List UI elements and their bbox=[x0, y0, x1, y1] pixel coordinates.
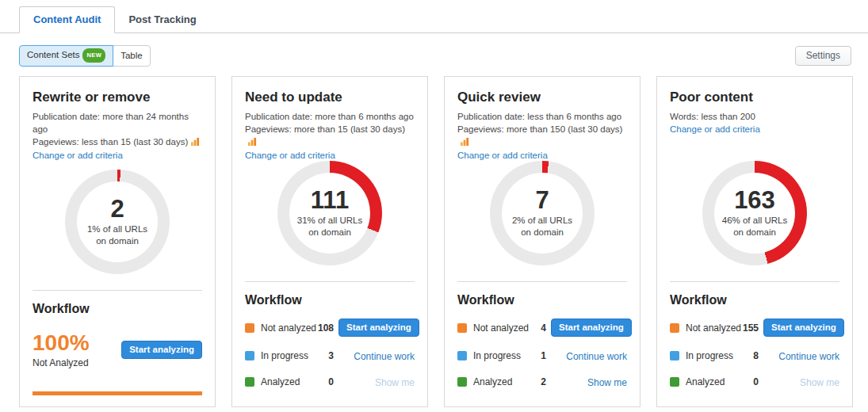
change-criteria-link[interactable]: Change or add criteria bbox=[33, 149, 202, 162]
workflow-row-count: 0 bbox=[318, 376, 338, 387]
criteria-block: Publication date: more than 24 months ag… bbox=[33, 110, 202, 162]
criteria-text: Pageviews: more than 150 (last 30 days) bbox=[457, 124, 622, 134]
donut-sublabel: on domain bbox=[308, 227, 351, 238]
settings-button[interactable]: Settings bbox=[795, 46, 851, 66]
workflow-heading: Workflow bbox=[245, 293, 415, 307]
change-criteria-link[interactable]: Change or add criteria bbox=[670, 123, 839, 135]
card-title: Need to update bbox=[245, 90, 415, 105]
section-divider bbox=[245, 281, 415, 282]
section-divider bbox=[33, 290, 202, 291]
workflow-row-action: Start analyzing bbox=[763, 319, 839, 337]
tab-content-audit[interactable]: Content Audit bbox=[19, 6, 115, 33]
criteria-line: Publication date: more than 24 months ag… bbox=[33, 110, 202, 135]
workflow-row: In progress8Continue work bbox=[670, 349, 839, 363]
start-analyzing-button[interactable]: Start analyzing bbox=[551, 319, 632, 337]
criteria-line: Pageviews: more than 15 (last 30 days) bbox=[245, 123, 415, 149]
view-toggle: Content SetsNEW Table bbox=[19, 45, 151, 67]
donut-sublabel: on domain bbox=[96, 235, 139, 247]
workflow-row-action: Continue work bbox=[763, 349, 839, 363]
criteria-block: Publication date: more than 6 months ago… bbox=[245, 110, 415, 153]
in-progress-swatch bbox=[670, 351, 679, 360]
donut-chart: 21% of all URLson domain bbox=[33, 170, 202, 274]
show-me-link[interactable]: Show me bbox=[587, 377, 627, 388]
analyzed-swatch bbox=[670, 377, 679, 387]
content-set-card-need-to-update: Need to updatePublication date: more tha… bbox=[231, 76, 428, 407]
workflow-row-count: 4 bbox=[530, 322, 551, 334]
donut-chart: 16346% of all URLson domain bbox=[670, 161, 839, 265]
workflow-row-count: 8 bbox=[743, 350, 763, 361]
criteria-text: Publication date: more than 6 months ago bbox=[245, 112, 414, 121]
workflow-row: Analyzed0Show me bbox=[670, 375, 839, 389]
workflow-row: Not analyzed155Start analyzing bbox=[670, 319, 839, 337]
workflow-row-action: Start analyzing bbox=[551, 319, 627, 337]
workflow-body: Not analyzed155Start analyzingIn progres… bbox=[670, 317, 839, 401]
workflow-heading: Workflow bbox=[33, 302, 202, 316]
tab-bar: Content Audit Post Tracking bbox=[0, 6, 868, 33]
analytics-icon bbox=[461, 136, 469, 149]
donut-chart: 72% of all URLson domain bbox=[457, 161, 627, 265]
start-analyzing-button[interactable]: Start analyzing bbox=[338, 319, 419, 337]
workflow-row-action: Start analyzing bbox=[338, 319, 415, 337]
section-divider bbox=[670, 281, 839, 282]
progress-segment bbox=[33, 391, 202, 395]
donut-ring: 21% of all URLson domain bbox=[65, 170, 170, 274]
not-analyzed-swatch bbox=[245, 323, 254, 333]
start-analyzing-button[interactable]: Start analyzing bbox=[121, 341, 202, 359]
show-me-link: Show me bbox=[800, 377, 839, 388]
start-analyzing-button[interactable]: Start analyzing bbox=[763, 319, 844, 337]
workflow-row-count: 108 bbox=[318, 322, 338, 334]
workflow-row-label: Analyzed bbox=[686, 376, 743, 387]
continue-work-link[interactable]: Continue work bbox=[566, 351, 627, 362]
donut-sublabel: 2% of all URLs bbox=[512, 215, 572, 227]
workflow-heading: Workflow bbox=[457, 293, 627, 307]
donut-ring: 11131% of all URLson domain bbox=[277, 161, 382, 265]
donut-chart: 11131% of all URLson domain bbox=[245, 161, 415, 265]
workflow-row-label: Not analyzed bbox=[473, 322, 530, 334]
donut-center: 11131% of all URLson domain bbox=[277, 161, 382, 265]
workflow-row-label: In progress bbox=[686, 350, 743, 361]
criteria-line: Pageviews: less than 15 (last 30 days) bbox=[33, 135, 202, 149]
card-title: Rewrite or remove bbox=[33, 90, 202, 105]
workflow-row-action: Show me bbox=[338, 375, 415, 389]
tab-post-tracking[interactable]: Post Tracking bbox=[115, 7, 209, 32]
not-analyzed-swatch bbox=[457, 323, 467, 333]
show-me-link: Show me bbox=[375, 377, 415, 388]
workflow-row-label: In progress bbox=[261, 350, 318, 361]
donut-center: 16346% of all URLson domain bbox=[702, 161, 807, 265]
analytics-icon bbox=[248, 136, 257, 149]
analytics-icon bbox=[191, 136, 200, 149]
workflow-row-label: Not analyzed bbox=[261, 322, 318, 334]
donut-sublabel: 31% of all URLs bbox=[297, 215, 362, 227]
continue-work-link[interactable]: Continue work bbox=[354, 351, 415, 362]
donut-ring: 16346% of all URLson domain bbox=[702, 161, 807, 265]
workflow-row: In progress3Continue work bbox=[245, 349, 415, 363]
donut-sublabel: on domain bbox=[733, 227, 776, 238]
workflow-body: Not analyzed108Start analyzingIn progres… bbox=[245, 317, 415, 401]
continue-work-link[interactable]: Continue work bbox=[778, 351, 839, 362]
workflow-body: 100%Not AnalyzedStart analyzing bbox=[33, 326, 202, 391]
criteria-text: Pageviews: less than 15 (last 30 days) bbox=[33, 137, 188, 147]
change-criteria-link[interactable]: Change or add criteria bbox=[457, 149, 627, 162]
content-sets-label: Content Sets bbox=[27, 50, 79, 59]
content-set-card-poor-content: Poor contentWords: less than 200Change o… bbox=[656, 76, 853, 407]
criteria-block: Words: less than 200Change or add criter… bbox=[670, 110, 839, 153]
donut-value: 163 bbox=[734, 188, 775, 214]
new-badge: NEW bbox=[82, 48, 105, 63]
not-analyzed-swatch bbox=[670, 323, 679, 333]
donut-sublabel: on domain bbox=[521, 227, 564, 238]
workflow-row: Analyzed2Show me bbox=[457, 375, 627, 389]
donut-center: 21% of all URLson domain bbox=[65, 170, 170, 274]
content-sets-cards: Rewrite or removePublication date: more … bbox=[19, 76, 853, 407]
criteria-line: Words: less than 200 bbox=[670, 110, 839, 123]
workflow-row: Not analyzed108Start analyzing bbox=[245, 319, 415, 337]
workflow-heading: Workflow bbox=[670, 293, 839, 307]
card-title: Quick review bbox=[457, 90, 627, 105]
view-toggle-table[interactable]: Table bbox=[113, 45, 151, 67]
criteria-line: Publication date: more than 6 months ago bbox=[245, 110, 415, 123]
view-toggle-content-sets[interactable]: Content SetsNEW bbox=[19, 45, 113, 67]
workflow-row-label: Analyzed bbox=[261, 376, 318, 387]
donut-sublabel: 1% of all URLs bbox=[87, 223, 147, 235]
criteria-text: Words: less than 200 bbox=[670, 112, 755, 121]
change-criteria-link[interactable]: Change or add criteria bbox=[245, 149, 415, 162]
donut-value: 111 bbox=[311, 188, 349, 214]
